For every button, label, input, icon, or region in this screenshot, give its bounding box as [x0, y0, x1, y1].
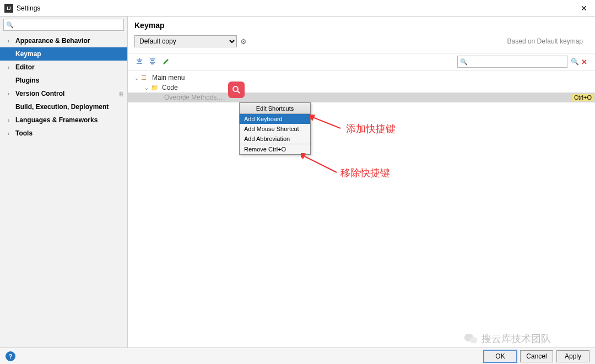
sidebar-label: Appearance & Behavior — [15, 37, 90, 45]
wechat-icon — [464, 333, 478, 345]
svg-line-3 — [304, 156, 337, 172]
sidebar: 🔍 ›Appearance & Behavior Keymap ›Editor … — [0, 17, 128, 347]
edit-icon[interactable] — [161, 57, 171, 67]
annotation-arrow-icon — [301, 153, 339, 175]
folder-icon: 📁 — [151, 84, 160, 91]
main-header: Keymap — [128, 17, 595, 33]
find-shortcut-icon[interactable]: 🔍 — [570, 58, 580, 66]
window-title: Settings — [17, 4, 577, 12]
clear-icon[interactable]: ✕ — [580, 58, 588, 66]
context-menu-header: Edit Shortcuts — [240, 103, 310, 114]
expand-all-icon[interactable] — [134, 57, 144, 67]
shortcut-badge: Ctrl+O — [572, 94, 594, 101]
tree-row-code[interactable]: ⌄📁Code — [134, 83, 588, 93]
menu-add-abbreviation[interactable]: Add Abbreviation — [240, 134, 310, 144]
watermark: 搜云库技术团队 — [464, 332, 551, 345]
sidebar-label: Plugins — [15, 77, 39, 84]
menu-add-keyboard-shortcut[interactable]: Add Keyboard Shortcut — [240, 114, 310, 124]
action-search-input[interactable] — [470, 58, 565, 66]
svg-point-5 — [469, 337, 477, 344]
keymap-toolbar: 🔍 🔍 ✕ — [128, 53, 595, 70]
settings-tree: ›Appearance & Behavior Keymap ›Editor Pl… — [0, 33, 127, 347]
chevron-right-icon: › — [8, 117, 13, 123]
ok-button[interactable]: OK — [484, 350, 517, 362]
sidebar-label: Languages & Frameworks — [15, 116, 98, 124]
chevron-down-icon: ⌄ — [144, 85, 151, 91]
page-title: Keymap — [134, 21, 588, 30]
overlay-magnifier-icon — [228, 82, 245, 98]
sidebar-item-languages[interactable]: ›Languages & Frameworks — [0, 113, 127, 127]
chevron-right-icon: › — [8, 91, 13, 97]
collapse-all-icon[interactable] — [148, 57, 158, 67]
sidebar-label: Editor — [15, 63, 35, 71]
annotation-arrow-icon — [310, 115, 343, 131]
sidebar-item-editor[interactable]: ›Editor — [0, 61, 127, 74]
svg-point-0 — [233, 86, 238, 91]
menu-remove-shortcut[interactable]: Remove Ctrl+O — [240, 144, 310, 154]
based-on-label: Based on Default keymap — [507, 37, 588, 45]
project-badge-icon: ⎘ — [120, 91, 123, 97]
sidebar-item-appearance[interactable]: ›Appearance & Behavior — [0, 34, 127, 47]
close-icon[interactable]: ✕ — [577, 4, 591, 13]
folder-icon: ☰ — [141, 74, 150, 82]
keymap-selector-row: Default copy ⚙ Based on Default keymap — [128, 33, 595, 53]
action-tree: ⌄☰Main menu ⌄📁Code Override Methods... C… — [128, 70, 595, 347]
watermark-text: 搜云库技术团队 — [482, 332, 551, 345]
dialog-footer: ? OK Cancel Apply — [0, 347, 595, 364]
titlebar: IJ Settings ✕ — [0, 0, 595, 17]
app-icon: IJ — [4, 4, 13, 13]
sidebar-item-keymap[interactable]: Keymap — [0, 47, 127, 61]
annotation-add: 添加快捷键 — [346, 122, 396, 135]
keymap-dropdown[interactable]: Default copy — [134, 35, 237, 47]
action-search[interactable]: 🔍 — [457, 56, 567, 68]
help-icon[interactable]: ? — [6, 351, 15, 361]
svg-line-1 — [237, 91, 240, 93]
sidebar-item-plugins[interactable]: Plugins — [0, 74, 127, 87]
tree-label: Code — [162, 84, 178, 91]
sidebar-item-build[interactable]: Build, Execution, Deployment — [0, 100, 127, 113]
tree-row-main-menu[interactable]: ⌄☰Main menu — [134, 73, 588, 83]
context-menu: Edit Shortcuts Add Keyboard Shortcut Add… — [239, 102, 311, 155]
sidebar-label: Keymap — [15, 50, 41, 58]
gear-icon[interactable]: ⚙ — [240, 37, 247, 46]
cancel-button[interactable]: Cancel — [520, 350, 553, 362]
chevron-right-icon: › — [8, 131, 13, 137]
sidebar-label: Build, Execution, Deployment — [15, 103, 109, 111]
search-icon: 🔍 — [460, 58, 468, 66]
annotation-remove: 移除快捷键 — [340, 166, 390, 180]
chevron-down-icon: ⌄ — [134, 75, 141, 81]
sidebar-search-input[interactable] — [16, 21, 121, 29]
search-icon: 🔍 — [6, 21, 14, 29]
tree-label: Main menu — [152, 74, 185, 82]
chevron-right-icon: › — [8, 64, 13, 70]
main-panel: Keymap Default copy ⚙ Based on Default k… — [128, 17, 595, 347]
sidebar-search[interactable]: 🔍 — [3, 19, 124, 31]
overlay-text: Override Methods... — [177, 96, 231, 103]
chevron-right-icon: › — [8, 38, 13, 44]
svg-line-2 — [313, 117, 340, 128]
sidebar-item-tools[interactable]: ›Tools — [0, 127, 127, 140]
menu-add-mouse-shortcut[interactable]: Add Mouse Shortcut — [240, 124, 310, 134]
sidebar-label: Tools — [15, 129, 33, 137]
apply-button[interactable]: Apply — [556, 350, 589, 362]
sidebar-label: Version Control — [15, 90, 64, 97]
sidebar-item-vcs[interactable]: ›Version Control⎘ — [0, 87, 127, 100]
